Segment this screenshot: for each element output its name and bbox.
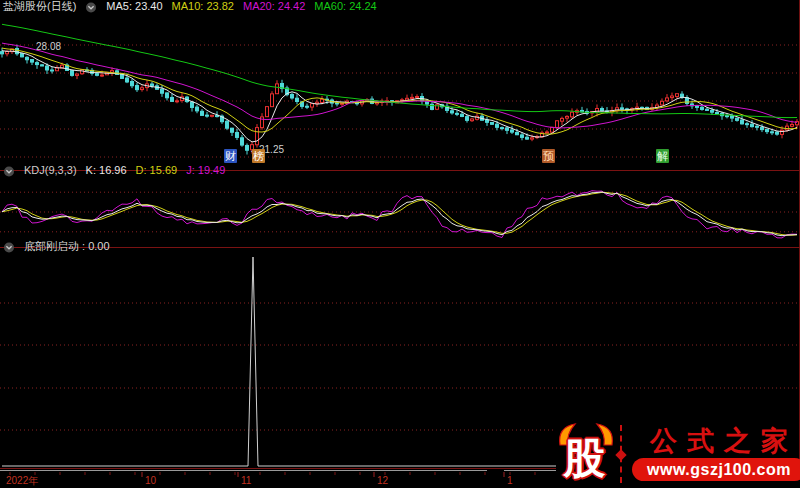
app-window: 盐湖股份(日线) MA5: 23.40 MA10: 23.82 MA20: 24… [0, 0, 800, 488]
event-badge[interactable]: 榜 [252, 149, 265, 163]
event-badge[interactable]: 财 [224, 149, 237, 163]
brand-name: 公式之家 [640, 427, 798, 455]
logo-divider [616, 425, 626, 483]
kdj-indicator-chart[interactable] [0, 171, 800, 248]
axis-month-label: 11 [241, 475, 252, 486]
brand-url-link[interactable]: www.gszj100.com [632, 458, 800, 481]
ma5-value-label: MA5: 23.40 [106, 0, 162, 13]
price-candlestick-chart[interactable] [0, 0, 800, 171]
ma10-value-label: MA10: 23.82 [172, 0, 234, 13]
event-badge[interactable]: 预 [542, 149, 555, 163]
bull-character: 股 [563, 435, 605, 483]
axis-month-label: 2022年 [6, 475, 38, 486]
kdj-panel-header: KDJ(9,3,3) K: 16.96 D: 15.69 J: 19.49 [3, 164, 225, 177]
chevron-down-icon[interactable] [3, 241, 15, 253]
price-annotation: 28.08 [36, 41, 61, 52]
axis-month-label: 10 [145, 475, 157, 486]
axis-month-label: 12 [377, 475, 389, 486]
kdj-d-value: D: 15.69 [136, 164, 178, 177]
event-badge[interactable]: 解 [656, 149, 669, 163]
chart-area: 盐湖股份(日线) MA5: 23.40 MA10: 23.82 MA20: 24… [0, 0, 800, 469]
chevron-down-icon[interactable] [85, 1, 97, 13]
bull-stock-icon: 股 [556, 423, 616, 485]
axis-month-label: 1 [507, 475, 513, 486]
ma20-value-label: MA20: 24.42 [243, 0, 305, 13]
kdj-title-label[interactable]: KDJ(9,3,3) [24, 164, 77, 177]
kdj-j-value: J: 19.49 [186, 164, 225, 177]
diamond-icon [615, 449, 626, 460]
chevron-down-icon[interactable] [3, 165, 15, 177]
price-panel-header: 盐湖股份(日线) MA5: 23.40 MA10: 23.82 MA20: 24… [3, 0, 377, 13]
ma60-value-label: MA60: 24.24 [314, 0, 376, 13]
kdj-k-value: K: 16.96 [86, 164, 127, 177]
symbol-title[interactable]: 盐湖股份(日线) [3, 0, 76, 13]
signal-title-label[interactable]: 底部刚启动 : 0.00 [24, 240, 110, 253]
signal-panel-header: 底部刚启动 : 0.00 [3, 240, 110, 253]
brand-logo: 股 公式之家 www.gszj100.com [556, 422, 798, 486]
